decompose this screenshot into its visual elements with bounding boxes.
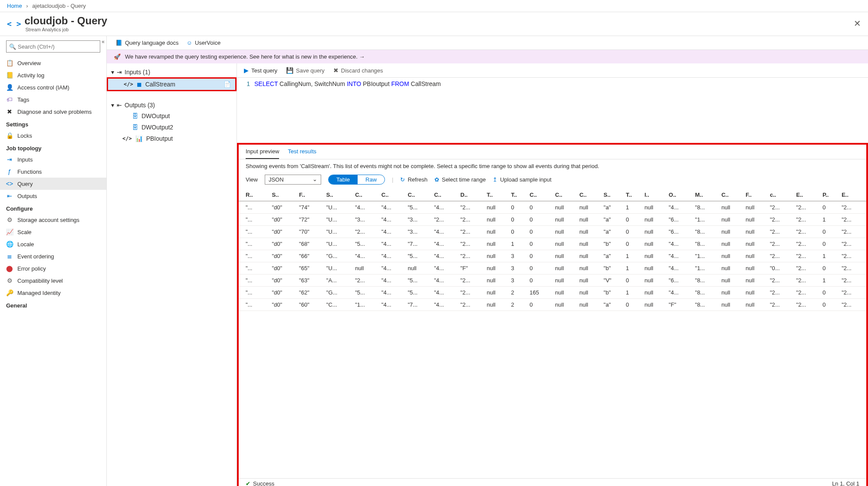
table-header[interactable]: T.. — [509, 189, 528, 201]
inputs-group[interactable]: ▾ ⇥ Inputs (1) — [107, 67, 237, 77]
refresh-button[interactable]: ↻Refresh — [400, 176, 427, 183]
search-input-wrap[interactable]: 🔍 — [6, 40, 100, 53]
collapse-sidebar-icon[interactable]: « — [102, 39, 105, 45]
sidebar-item-locale[interactable]: 🌐Locale — [0, 238, 106, 250]
save-query-button[interactable]: 💾 Save query — [286, 67, 325, 74]
table-cell: "d0" — [270, 201, 297, 214]
table-header[interactable]: C.. — [720, 189, 744, 201]
table-cell: 0 — [624, 226, 643, 238]
outputs-group[interactable]: ▾ ⇤ Outputs (3) — [107, 100, 237, 110]
table-row[interactable]: "..."d0""72""U..."3..."4..."3..."2..."2.… — [239, 214, 866, 226]
table-header[interactable]: F.. — [744, 189, 768, 201]
tab-input-preview[interactable]: Input preview — [246, 148, 279, 159]
close-icon[interactable]: ✕ — [854, 18, 861, 29]
table-header[interactable]: D.. — [459, 189, 485, 201]
table-row[interactable]: "..."d0""74""U..."4..."4..."5..."4..."2.… — [239, 201, 866, 214]
table-header[interactable]: M.. — [694, 189, 720, 201]
toggle-table[interactable]: Table — [329, 175, 358, 184]
keyword-into: INTO — [347, 80, 361, 87]
table-row[interactable]: "..."d0""68""U..."5..."4..."7..."4..."2.… — [239, 238, 866, 250]
table-header[interactable]: T.. — [485, 189, 510, 201]
table-cell: "2... — [459, 201, 485, 214]
table-header[interactable]: I.. — [643, 189, 667, 201]
tab-test-results[interactable]: Test results — [288, 148, 316, 159]
sidebar-item-event-ordering[interactable]: ≣Event ordering — [0, 250, 106, 262]
table-cell: "V" — [602, 274, 624, 287]
table-header[interactable]: F.. — [297, 189, 325, 201]
table-cell: "2... — [840, 214, 866, 226]
nav-label: Locks — [17, 132, 32, 139]
sidebar-item-access-control-iam-[interactable]: 👤Access control (IAM) — [0, 81, 106, 93]
table-header[interactable]: E.. — [795, 189, 821, 201]
document-icon[interactable]: 📄 — [224, 81, 231, 88]
table-header[interactable]: S.. — [325, 189, 353, 201]
table-header[interactable]: E.. — [840, 189, 866, 201]
table-header[interactable]: C.. — [353, 189, 380, 201]
code-line[interactable]: SELECT CallingNum, SwitchNum INTO PBIout… — [254, 80, 441, 140]
query-docs-link[interactable]: 📘 Query language docs — [115, 40, 179, 46]
table-cell: "4... — [380, 226, 406, 238]
table-header[interactable]: C.. — [578, 189, 602, 201]
table-cell: "2... — [768, 299, 795, 311]
info-banner[interactable]: 🚀 We have revamped the query testing exp… — [107, 50, 868, 63]
table-header[interactable]: T.. — [624, 189, 643, 201]
table-header[interactable]: C.. — [432, 189, 459, 201]
sidebar-item-compatibility-level[interactable]: ⚙Compatibility level — [0, 274, 106, 287]
discard-button[interactable]: ✖ Discard changes — [333, 67, 383, 74]
table-row[interactable]: "..."d0""65""U...null"4...null"4..."F"nu… — [239, 262, 866, 274]
table-cell: 0 — [509, 214, 528, 226]
table-row[interactable]: "..."d0""70""U..."2..."4..."3..."4..."2.… — [239, 226, 866, 238]
table-header[interactable]: c.. — [768, 189, 795, 201]
table-header[interactable]: C.. — [553, 189, 578, 201]
breadcrumb-sep: › — [26, 3, 28, 9]
table-header[interactable]: O.. — [667, 189, 694, 201]
table-header[interactable]: P.. — [821, 189, 840, 201]
separator: | — [392, 176, 393, 183]
table-cell: "a" — [602, 201, 624, 214]
sidebar-item-activity-log[interactable]: 📒Activity log — [0, 69, 106, 81]
sidebar-item-query[interactable]: <>Query — [0, 178, 106, 190]
sidebar-item-locks[interactable]: 🔒Locks — [0, 129, 106, 142]
table-header[interactable]: R.. — [239, 189, 270, 201]
tree-item-pbioutput[interactable]: </>📊PBIoutput — [107, 133, 237, 144]
table-row[interactable]: "..."d0""60""C..."1..."4..."7..."4..."2.… — [239, 299, 866, 311]
table-header[interactable]: C.. — [528, 189, 553, 201]
table-row[interactable]: "..."d0""66""G..."4..."4..."5..."4..."2.… — [239, 250, 866, 262]
search-input[interactable] — [18, 43, 97, 50]
status-text: Success — [253, 480, 274, 486]
sidebar-item-error-policy[interactable]: ⬤Error policy — [0, 262, 106, 274]
sidebar-item-scale[interactable]: 📈Scale — [0, 226, 106, 238]
test-query-button[interactable]: ▶ Test query — [244, 67, 277, 74]
table-row[interactable]: "..."d0""63""A..."2..."4..."5..."4..."2.… — [239, 274, 866, 287]
toggle-raw[interactable]: Raw — [358, 175, 385, 184]
table-cell: "4... — [432, 274, 459, 287]
tree-item-dwoutput2[interactable]: 🗄DWOutput2 — [107, 122, 237, 133]
data-table-wrap[interactable]: R..S..F..S..C..C..C..C..D..T..T..C..C..C… — [239, 189, 866, 478]
sidebar-item-overview[interactable]: 📋Overview — [0, 57, 106, 69]
table-header[interactable]: S.. — [602, 189, 624, 201]
tree-item-dwoutput[interactable]: 🗄DWOutput — [107, 110, 237, 122]
view-mode-toggle[interactable]: Table Raw — [328, 175, 385, 185]
table-cell: "7... — [406, 238, 433, 250]
code-editor[interactable]: 1 SELECT CallingNum, SwitchNum INTO PBIo… — [237, 78, 868, 143]
view-format-select[interactable]: JSON — [265, 175, 321, 185]
table-header[interactable]: S.. — [270, 189, 297, 201]
sidebar-item-diagnose-and-solve-problems[interactable]: ✖Diagnose and solve problems — [0, 106, 106, 118]
sidebar-item-inputs[interactable]: ⇥Inputs — [0, 153, 106, 165]
tree-item-callstream[interactable]: </> ◼ CallStream 📄 — [107, 77, 237, 91]
time-range-button[interactable]: ✿Select time range — [434, 176, 486, 183]
sidebar-item-managed-identity[interactable]: 🔑Managed Identity — [0, 287, 106, 299]
table-row[interactable]: "..."d0""62""G..."5..."4..."5..."4..."2.… — [239, 287, 866, 299]
sidebar-item-storage-account-settings[interactable]: ⚙Storage account settings — [0, 214, 106, 226]
sidebar-item-outputs[interactable]: ⇤Outputs — [0, 190, 106, 202]
table-header[interactable]: C.. — [380, 189, 406, 201]
sidebar-item-functions[interactable]: ƒFunctions — [0, 165, 106, 178]
uservoice-link[interactable]: ☺ UserVoice — [187, 40, 221, 46]
upload-button[interactable]: ↥Upload sample input — [493, 176, 552, 183]
results-tabs: Input preview Test results — [239, 145, 866, 159]
time-range-label: Select time range — [442, 176, 486, 183]
table-header[interactable]: C.. — [406, 189, 433, 201]
sidebar-item-tags[interactable]: 🏷Tags — [0, 93, 106, 106]
breadcrumb-home[interactable]: Home — [7, 3, 22, 9]
table-cell: "8... — [694, 274, 720, 287]
